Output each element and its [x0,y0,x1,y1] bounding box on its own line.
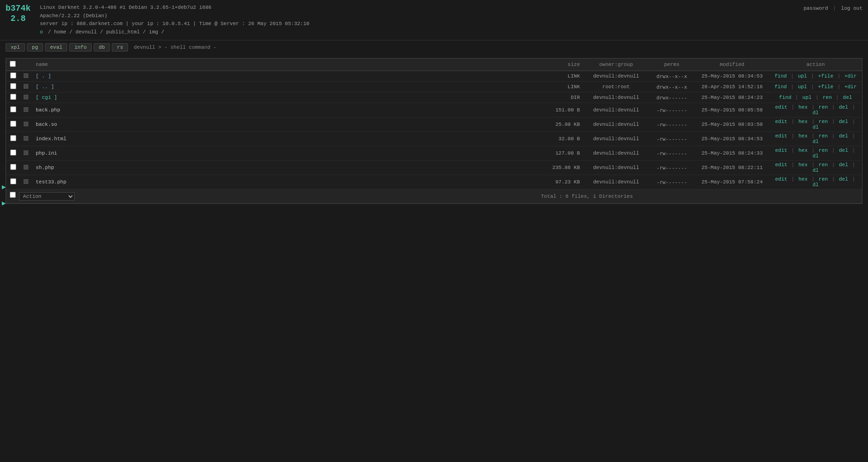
row-name[interactable]: php.ini [32,146,537,161]
action-dl-link[interactable]: dl [812,153,818,159]
row-checkbox[interactable] [10,83,16,89]
row-name-link[interactable]: sh.php [36,165,54,170]
row-perms: -rw------- [649,146,695,161]
row-perms: -rw------- [649,161,695,175]
row-perms: -rw------- [649,175,695,189]
action-ren-link[interactable]: ren [819,148,828,153]
action-edit-link[interactable]: edit [775,148,787,153]
action-+file-link[interactable]: +file [818,84,833,90]
action-hex-link[interactable]: hex [798,104,808,110]
action-hex-link[interactable]: hex [798,119,808,124]
row-actions: edit | hex | ren | del | dl [769,103,862,117]
row-owner: root:root [584,82,649,92]
action-separator: | [829,176,838,182]
row-name-link[interactable]: back.php [36,107,60,113]
action-hex-link[interactable]: hex [798,148,808,153]
action-ren-link[interactable]: ren [819,133,828,139]
action-del-link[interactable]: del [839,148,848,153]
tab-xpl[interactable]: xpl [6,43,25,52]
select-all-checkbox[interactable] [10,61,16,67]
row-name[interactable]: [ cgi ] [32,92,537,103]
row-checkbox[interactable] [10,135,16,141]
action-edit-link[interactable]: edit [775,119,787,124]
row-checkbox[interactable] [10,106,16,112]
action-+dir-link[interactable]: +dir [844,73,856,79]
action-upl-link[interactable]: upl [798,84,807,90]
row-actions: edit | hex | ren | del | dl [769,146,862,161]
table-header: name size owner:group perms modified act… [6,59,862,71]
action-edit-link[interactable]: edit [775,162,787,168]
password-link[interactable]: password [804,6,828,11]
tab-pg[interactable]: pg [27,43,43,52]
action-edit-link[interactable]: edit [775,104,787,110]
row-icon-cell [20,117,32,132]
action-hex-link[interactable]: hex [798,133,808,139]
row-checkbox[interactable] [10,150,16,156]
action-edit-link[interactable]: edit [775,133,787,139]
row-name-link[interactable]: index.html [36,136,66,142]
action-find-link[interactable]: find [774,84,786,90]
logout-link[interactable]: log out [841,6,862,11]
action-dl-link[interactable]: dl [812,168,818,173]
table-row: [ cgi ]DIRdevnull:devnulldrwx------25-Ma… [6,92,862,103]
action-edit-link[interactable]: edit [775,176,787,182]
row-name-link[interactable]: back.so [36,122,57,127]
row-checkbox[interactable] [10,121,16,127]
action-upl-link[interactable]: upl [798,73,807,79]
row-size: LINK [537,82,584,92]
action-dl-link[interactable]: dl [812,182,818,188]
action-separator: | [849,176,855,182]
action-del-link[interactable]: del [839,133,848,139]
row-owner: devnull:devnull [584,92,649,103]
action-find-link[interactable]: find [779,95,791,100]
action-select[interactable]: Action delete move copy chmod zip tar [19,192,75,201]
tab-eval[interactable]: eval [45,43,67,52]
table-row: back.so25.98 KBdevnull:devnull-rw-------… [6,117,862,132]
row-checkbox[interactable] [10,164,16,170]
side-arrow-bottom[interactable]: ▶ [0,197,7,209]
action-ren-link[interactable]: ren [823,95,832,100]
footer-checkbox[interactable] [10,192,16,198]
tab-info[interactable]: info [69,43,91,52]
row-name[interactable]: back.so [32,117,537,132]
row-name[interactable]: [ .. ] [32,82,537,92]
action-+dir-link[interactable]: +dir [844,84,856,90]
action-del-link[interactable]: del [839,176,848,182]
row-name-link[interactable]: php.ini [36,150,57,156]
action-del-link[interactable]: del [843,95,852,100]
action-dl-link[interactable]: dl [812,124,818,130]
row-checkbox[interactable] [10,178,16,184]
action-del-link[interactable]: del [839,162,848,168]
row-name-link[interactable]: [ cgi ] [36,95,57,100]
tab-rs[interactable]: rs [112,43,128,52]
action-hex-link[interactable]: hex [798,176,808,182]
action-del-link[interactable]: del [839,119,848,124]
action-ren-link[interactable]: ren [819,119,828,124]
row-name[interactable]: sh.php [32,161,537,175]
action-+file-link[interactable]: +file [818,73,833,79]
row-name[interactable]: test33.php [32,175,537,189]
action-hex-link[interactable]: hex [798,162,808,168]
row-checkbox-cell [6,82,20,92]
action-find-link[interactable]: find [774,73,786,79]
row-name-link[interactable]: [ .. ] [36,84,54,90]
action-separator: | [788,73,797,79]
row-checkbox[interactable] [10,72,16,78]
footer-total: Total : 6 files, 1 Directories [537,189,862,203]
row-checkbox[interactable] [10,94,16,100]
action-dl-link[interactable]: dl [812,139,818,144]
action-ren-link[interactable]: ren [819,176,828,182]
row-name-link[interactable]: test33.php [36,179,66,185]
tab-db[interactable]: db [94,43,110,52]
side-arrow-top[interactable]: ▶ [0,181,7,193]
action-ren-link[interactable]: ren [819,162,828,168]
row-name[interactable]: index.html [32,132,537,146]
file-icon [24,165,28,169]
row-name[interactable]: back.php [32,103,537,117]
action-dl-link[interactable]: dl [812,110,818,116]
action-upl-link[interactable]: upl [803,95,812,100]
action-del-link[interactable]: del [839,104,848,110]
row-name-link[interactable]: [ . ] [36,73,51,79]
row-name[interactable]: [ . ] [32,71,537,82]
action-ren-link[interactable]: ren [819,104,828,110]
